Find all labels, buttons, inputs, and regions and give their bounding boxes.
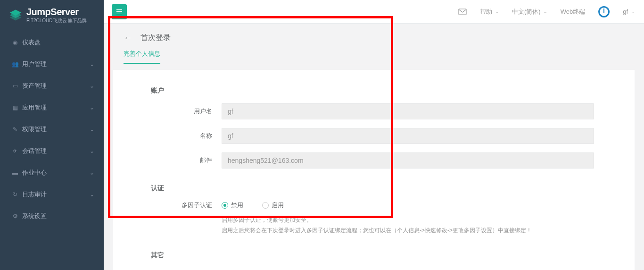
input-email xyxy=(222,152,594,169)
input-name xyxy=(222,128,594,144)
chevron-down-icon: ⌄ xyxy=(90,126,94,133)
chevron-down-icon: ⌄ xyxy=(495,9,499,14)
nav-label: 权限管理 xyxy=(22,125,90,134)
logo-icon xyxy=(8,8,23,22)
language-label: 中文(简体) xyxy=(512,8,541,16)
mfa-help-text: 启用多因子认证，使账号更加安全。 启用之后您将会在下次登录时进入多因子认证绑定流… xyxy=(222,215,594,236)
row-username: 用户名 xyxy=(127,103,620,119)
input-username xyxy=(222,103,594,119)
chevron-down-icon: ⌄ xyxy=(544,9,547,14)
section-account: 账户 xyxy=(127,79,620,103)
label-name: 名称 xyxy=(127,132,222,140)
label-username: 用户名 xyxy=(127,107,222,116)
users-icon: 👥 xyxy=(12,61,18,68)
power-button[interactable] xyxy=(598,6,610,17)
topbar: 帮助⌄ 中文(简体)⌄ Web终端 gf⌄ xyxy=(104,0,644,24)
radio-mfa-disable[interactable]: 禁用 xyxy=(222,201,243,210)
sidebar-item-sessions[interactable]: ✈会话管理⌄ xyxy=(0,140,104,162)
sidebar: JumpServer FIT2CLOUD飞致云 旗下品牌 ◉仪表盘 👥用户管理⌄… xyxy=(0,0,104,270)
section-other: 其它 xyxy=(127,244,620,268)
main-area: 帮助⌄ 中文(简体)⌄ Web终端 gf⌄ ← 首次登录 完善个人信息 账户 用… xyxy=(104,0,644,270)
nav-label: 日志审计 xyxy=(22,190,90,199)
help-line-1: 启用多因子认证，使账号更加安全。 xyxy=(222,215,594,226)
app-title: JumpServer xyxy=(26,7,87,17)
power-icon xyxy=(598,6,610,17)
help-label: 帮助 xyxy=(480,8,492,16)
form-panel: 账户 用户名 名称 邮件 认证 多因子认证 禁用 启用 xyxy=(113,70,635,270)
help-dropdown[interactable]: 帮助⌄ xyxy=(480,8,499,16)
row-mfa: 多因子认证 禁用 启用 xyxy=(127,201,620,210)
sidebar-item-perms[interactable]: ✎权限管理⌄ xyxy=(0,118,104,140)
sidebar-item-dashboard[interactable]: ◉仪表盘 xyxy=(0,32,104,53)
chevron-down-icon: ⌄ xyxy=(90,148,94,154)
page-header: ← 首次登录 xyxy=(113,24,635,50)
help-line-2: 启用之后您将会在下次登录时进入多因子认证绑定流程；您也可以在（个人信息->快速修… xyxy=(222,226,594,236)
dashboard-icon: ◉ xyxy=(12,39,18,46)
laptop-icon: ▭ xyxy=(12,83,18,89)
chevron-down-icon: ⌄ xyxy=(90,169,94,176)
username-label: gf xyxy=(623,8,628,15)
back-arrow-icon[interactable]: ← xyxy=(124,33,132,43)
hamburger-button[interactable] xyxy=(112,4,127,19)
chevron-down-icon: ⌄ xyxy=(631,9,635,14)
nav-label: 仪表盘 xyxy=(22,38,94,47)
logo-area: JumpServer FIT2CLOUD飞致云 旗下品牌 xyxy=(0,0,104,32)
user-dropdown[interactable]: gf⌄ xyxy=(623,8,635,15)
sidebar-item-jobs[interactable]: ▬作业中心⌄ xyxy=(0,162,104,184)
chevron-down-icon: ⌄ xyxy=(90,61,94,68)
radio-dot xyxy=(262,202,269,209)
history-icon: ↻ xyxy=(12,191,18,198)
nav-label: 系统设置 xyxy=(22,212,94,220)
th-icon: ▦ xyxy=(12,104,18,111)
sidebar-item-users[interactable]: 👥用户管理⌄ xyxy=(0,53,104,75)
chevron-down-icon: ⌄ xyxy=(90,104,94,111)
nav-label: 会话管理 xyxy=(22,147,90,155)
rocket-icon: ✈ xyxy=(12,148,18,154)
language-dropdown[interactable]: 中文(简体)⌄ xyxy=(512,8,547,16)
radio-label: 启用 xyxy=(272,201,284,210)
chevron-down-icon: ⌄ xyxy=(90,191,94,198)
section-auth: 认证 xyxy=(127,177,620,201)
row-email: 邮件 xyxy=(127,152,620,169)
sidebar-item-settings[interactable]: ⚙系统设置 xyxy=(0,205,104,227)
page-title: 首次登录 xyxy=(140,33,171,43)
nav-label: 资产管理 xyxy=(22,82,90,90)
sidebar-item-assets[interactable]: ▭资产管理⌄ xyxy=(0,75,104,97)
sidebar-item-apps[interactable]: ▦应用管理⌄ xyxy=(0,97,104,118)
row-name: 名称 xyxy=(127,128,620,144)
terminal-icon: ▬ xyxy=(12,169,18,176)
chevron-down-icon: ⌄ xyxy=(90,83,94,89)
nav-label: 用户管理 xyxy=(22,60,90,68)
mail-icon[interactable] xyxy=(458,8,467,15)
radio-dot xyxy=(222,202,228,209)
edit-icon: ✎ xyxy=(12,126,18,133)
sidebar-item-audits[interactable]: ↻日志审计⌄ xyxy=(0,184,104,205)
nav-label: 作业中心 xyxy=(22,169,90,177)
nav-label: 应用管理 xyxy=(22,103,90,112)
gears-icon: ⚙ xyxy=(12,213,18,219)
radio-label: 禁用 xyxy=(231,201,243,210)
radio-mfa-enable[interactable]: 启用 xyxy=(262,201,284,210)
app-subtitle: FIT2CLOUD飞致云 旗下品牌 xyxy=(26,18,87,23)
webterminal-link[interactable]: Web终端 xyxy=(561,8,586,16)
svg-rect-0 xyxy=(459,9,466,15)
tabs: 完善个人信息 xyxy=(113,50,635,64)
tab-profile[interactable]: 完善个人信息 xyxy=(124,50,160,64)
nav-list: ◉仪表盘 👥用户管理⌄ ▭资产管理⌄ ▦应用管理⌄ ✎权限管理⌄ ✈会话管理⌄ … xyxy=(0,32,104,227)
label-mfa: 多因子认证 xyxy=(127,201,222,210)
label-email: 邮件 xyxy=(127,156,222,165)
